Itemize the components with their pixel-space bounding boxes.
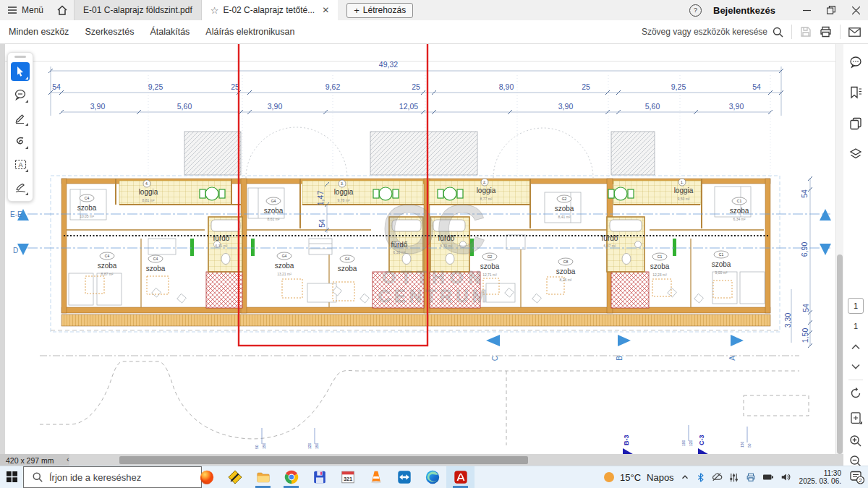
- small-dimension-label: 150: [262, 442, 266, 449]
- tab-close-icon[interactable]: ✕: [319, 5, 329, 15]
- plus-icon: +: [354, 5, 359, 16]
- menu-alairas[interactable]: Aláírás elektronikusan: [205, 27, 294, 37]
- create-button[interactable]: + Létrehozás: [346, 3, 413, 18]
- bluetooth-icon[interactable]: [696, 472, 705, 483]
- tool-expand-arrow: [25, 123, 28, 126]
- fill-sign-tool[interactable]: [11, 178, 30, 197]
- highlight-tool[interactable]: [11, 108, 30, 127]
- email-icon[interactable]: [848, 27, 861, 37]
- taskbar-clock[interactable]: 11:30 2025. 03. 06.: [799, 469, 841, 485]
- floppy-app-icon[interactable]: [305, 466, 333, 488]
- menu-minden-eszkoz[interactable]: Minden eszköz: [9, 27, 69, 37]
- horizontal-scrollbar-thumb[interactable]: [119, 456, 528, 464]
- dimension-label: 9,62: [326, 82, 341, 91]
- room-label-furdo: fürdő: [213, 234, 230, 242]
- weather-temperature[interactable]: 15°C: [620, 472, 641, 483]
- collapse-arrow-icon[interactable]: ‹: [67, 455, 69, 463]
- acrobat-icon[interactable]: [446, 466, 475, 488]
- edge-icon[interactable]: [418, 466, 446, 488]
- dimension-label: 3,90: [90, 102, 106, 111]
- tab-e02-tetoter[interactable]: ☆ E-02 C-alaprajz tetőté... ✕: [202, 0, 338, 20]
- start-button[interactable]: [7, 471, 17, 482]
- print-icon[interactable]: [820, 26, 832, 38]
- hamburger-icon: [7, 6, 17, 14]
- zoom-in-icon[interactable]: [849, 435, 862, 448]
- dimension-label: 12,05: [399, 102, 418, 111]
- text-box-tool[interactable]: A: [11, 155, 30, 174]
- room-area-label: 6,34 m²: [733, 217, 746, 221]
- vertical-scrollbar[interactable]: [835, 44, 843, 466]
- total-width-label: 49,32: [379, 60, 398, 69]
- file-explorer-icon[interactable]: [249, 466, 277, 488]
- media-player-321-icon[interactable]: 321: [333, 466, 362, 488]
- room-badge-label: 4.: [145, 181, 148, 186]
- tab-e01-foldszint[interactable]: E-01 C-alaprajz földszint.pdf: [74, 0, 202, 20]
- save-icon[interactable]: [800, 26, 812, 38]
- help-button[interactable]: ?: [689, 4, 702, 17]
- vertical-scrollbar-thumb[interactable]: [837, 254, 843, 454]
- pdf-search-button[interactable]: Szöveg vagy eszközök keresése: [642, 27, 783, 38]
- select-tool[interactable]: [11, 62, 30, 81]
- bookmarks-panel-icon[interactable]: [849, 86, 862, 99]
- clock-time: 11:30: [799, 469, 841, 477]
- watermark-line1: OTTHON: [382, 267, 485, 287]
- pages-panel-icon[interactable]: [849, 117, 862, 130]
- chrome-icon[interactable]: [277, 466, 305, 488]
- text-box-icon: A: [14, 159, 27, 170]
- restore-button[interactable]: [819, 0, 843, 20]
- weather-condition[interactable]: Napos: [647, 472, 674, 483]
- dimension-label: 25: [582, 82, 590, 91]
- home-button[interactable]: [51, 0, 74, 20]
- section-marker-label: E-E: [10, 210, 22, 218]
- notification-center-icon[interactable]: 2: [849, 470, 865, 484]
- menu-atalakitas[interactable]: Átalakítás: [150, 27, 190, 37]
- speaker-icon[interactable]: [780, 472, 791, 482]
- comment-tool[interactable]: [11, 85, 30, 104]
- printer-icon[interactable]: [745, 472, 757, 482]
- dimension-label: 8,90: [499, 82, 514, 91]
- pdf-document-canvas[interactable]: OC OTTHON CENTRUM 549,25259,62258,90259,…: [0, 41, 836, 466]
- taskbar-search-input[interactable]: Írjon ide a kereséshez: [23, 466, 202, 488]
- star-icon[interactable]: ☆: [210, 5, 219, 16]
- dimension-label: 54: [52, 82, 61, 91]
- tray-expand-icon[interactable]: [680, 472, 690, 482]
- rotate-page-icon[interactable]: [849, 387, 862, 400]
- firefox-icon[interactable]: [192, 466, 221, 488]
- minimize-button[interactable]: [794, 0, 819, 20]
- room-badge-label: G2: [488, 254, 493, 259]
- sign-in-button[interactable]: Bejelentkezés: [713, 5, 775, 16]
- restore-icon: [827, 6, 835, 14]
- room-area-label: 8,61 m²: [268, 217, 280, 221]
- vlc-icon[interactable]: [362, 466, 390, 488]
- room-area-label: 9,00 m²: [715, 270, 728, 275]
- audio-mixer-icon[interactable]: [728, 472, 739, 483]
- onedrive-paused-icon[interactable]: [711, 472, 723, 482]
- cursor-icon: [15, 66, 26, 77]
- teamviewer-icon[interactable]: [390, 466, 418, 488]
- paint-app-icon[interactable]: [221, 466, 249, 488]
- room-label-szoba: szoba: [77, 204, 97, 212]
- tab-label: E-01 C-alaprajz földszint.pdf: [83, 5, 192, 15]
- room-badge-label: 2.: [483, 180, 486, 184]
- comments-panel-icon[interactable]: [849, 56, 862, 69]
- weather-sun-icon[interactable]: [604, 472, 614, 482]
- section-marker-label: D: [13, 247, 18, 254]
- next-page-icon[interactable]: [849, 360, 862, 373]
- menu-button[interactable]: Menü: [0, 0, 51, 20]
- room-area-label: 13,21 m²: [277, 272, 292, 276]
- small-dimension-label: 120: [689, 440, 693, 446]
- search-icon: [773, 27, 783, 38]
- page-number-input[interactable]: 1: [848, 298, 864, 314]
- power-icon[interactable]: [762, 473, 774, 481]
- menu-szerkesztes[interactable]: Szerkesztés: [85, 27, 134, 37]
- dimension-label: 6,90: [800, 242, 809, 257]
- dimension-label: 5,60: [645, 102, 660, 111]
- fit-page-icon[interactable]: [849, 411, 862, 424]
- close-button[interactable]: [843, 0, 868, 20]
- room-badge-label: 1.: [681, 180, 684, 184]
- layers-panel-icon[interactable]: [849, 147, 862, 160]
- palette-drag-handle[interactable]: [14, 56, 26, 58]
- draw-tool[interactable]: [11, 132, 30, 150]
- room-badge-label: 3.: [341, 181, 344, 186]
- previous-page-icon[interactable]: [849, 341, 862, 354]
